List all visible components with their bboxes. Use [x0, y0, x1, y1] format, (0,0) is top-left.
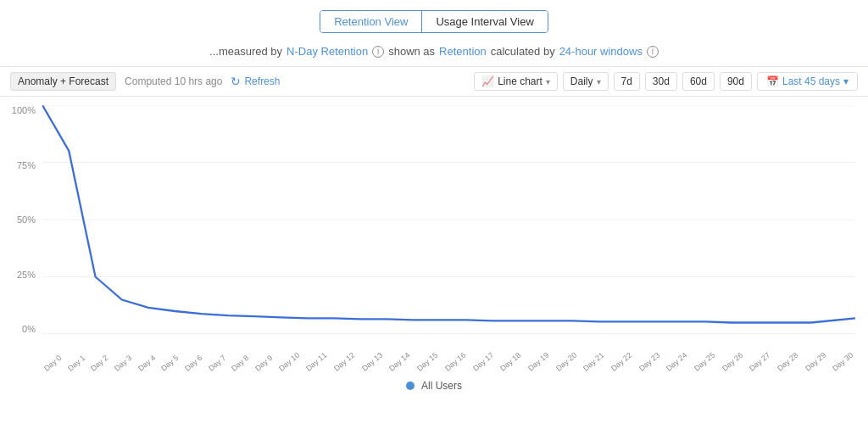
refresh-icon: ↻ [231, 75, 241, 88]
x-label-day21: Day 21 [581, 351, 605, 373]
period-60d-button[interactable]: 60d [682, 72, 715, 91]
chart-svg-wrapper [42, 105, 855, 334]
frequency-label: Daily [570, 75, 593, 87]
x-label-day17: Day 17 [471, 351, 495, 373]
chart-type-dropdown[interactable]: 📈 Line chart ▾ [474, 72, 558, 91]
info-icon-retention[interactable]: i [372, 46, 384, 58]
anomaly-badge: Anomaly + Forecast [10, 72, 116, 91]
x-label-day14: Day 14 [387, 351, 411, 373]
x-label-day26: Day 26 [721, 351, 744, 373]
x-label-day16: Day 16 [443, 351, 467, 373]
x-label-day13: Day 13 [360, 351, 384, 373]
x-label-day22: Day 22 [609, 351, 633, 373]
x-label-day24: Day 24 [665, 351, 688, 373]
view-tabs: Retention View Usage Interval View [320, 10, 548, 33]
calculated-by-text: calculated by [491, 45, 555, 58]
retention-chart-svg [42, 105, 855, 334]
tab-usage-interval-view[interactable]: Usage Interval View [422, 11, 547, 32]
x-label-day10: Day 10 [277, 351, 301, 373]
date-range-label: Last 45 days [782, 75, 840, 87]
x-label-day15: Day 15 [415, 351, 439, 373]
y-label-100: 100% [12, 105, 36, 115]
calendar-icon: 📅 [766, 75, 779, 87]
x-label-day0: Day 0 [42, 354, 63, 373]
y-label-75: 75% [17, 160, 36, 170]
period-90d-button[interactable]: 90d [720, 72, 752, 91]
y-label-25: 25% [17, 270, 36, 280]
chart-toolbar: Anomaly + Forecast Computed 10 hrs ago ↻… [0, 66, 868, 97]
measured-bar: ...measured by N-Day Retention i shown a… [0, 40, 868, 66]
x-label-day8: Day 8 [230, 354, 250, 373]
x-label-day23: Day 23 [637, 351, 661, 373]
x-axis: Day 0 Day 1 Day 2 Day 3 Day 4 Day 5 Day … [42, 366, 855, 375]
x-label-day1: Day 1 [66, 354, 86, 373]
windows-link[interactable]: 24-hour windows [559, 45, 643, 58]
x-label-day5: Day 5 [159, 354, 180, 373]
period-30d-button[interactable]: 30d [645, 72, 677, 91]
refresh-button[interactable]: ↻ Refresh [231, 75, 280, 88]
x-label-day25: Day 25 [693, 351, 716, 373]
x-label-day6: Day 6 [183, 354, 203, 373]
computed-text: Computed 10 hrs ago [125, 75, 222, 87]
x-label-day3: Day 3 [113, 354, 133, 373]
y-label-50: 50% [17, 214, 36, 225]
tab-bar: Retention View Usage Interval View [0, 0, 868, 40]
chart-container: 100% 75% 50% 25% 0% Day 0 Day 1 Day 2 Da… [0, 97, 868, 376]
x-label-day27: Day 27 [748, 351, 771, 373]
date-range-button[interactable]: 📅 Last 45 days ▾ [757, 72, 858, 91]
x-label-day11: Day 11 [304, 351, 328, 373]
chevron-down-icon-date: ▾ [843, 75, 849, 87]
chevron-down-icon-freq: ▾ [597, 77, 601, 86]
x-label-day19: Day 19 [526, 351, 550, 373]
toolbar-right: 📈 Line chart ▾ Daily ▾ 7d 30d 60d 90d 📅 … [474, 72, 858, 91]
x-label-day7: Day 7 [207, 354, 227, 373]
chevron-down-icon: ▾ [546, 77, 550, 86]
retention-line [42, 105, 855, 323]
chart-type-label: Line chart [498, 75, 542, 87]
x-label-day9: Day 9 [253, 354, 274, 373]
y-label-0: 0% [22, 324, 36, 334]
x-label-day28: Day 28 [776, 351, 799, 373]
shown-as-text: shown as [388, 45, 435, 58]
x-label-day12: Day 12 [332, 351, 356, 373]
frequency-dropdown[interactable]: Daily ▾ [563, 72, 609, 91]
chart-type-icon: 📈 [481, 75, 494, 87]
n-day-retention-link[interactable]: N-Day Retention [287, 45, 368, 58]
x-label-day4: Day 4 [136, 354, 157, 373]
legend-dot-all-users [406, 382, 415, 390]
chart-legend: All Users [0, 376, 868, 398]
retention-link[interactable]: Retention [439, 45, 487, 58]
x-label-day20: Day 20 [554, 351, 578, 373]
info-icon-windows[interactable]: i [647, 46, 659, 58]
x-label-day2: Day 2 [89, 354, 109, 373]
tab-retention-view[interactable]: Retention View [320, 11, 422, 32]
y-axis: 100% 75% 50% 25% 0% [0, 105, 41, 334]
period-7d-button[interactable]: 7d [614, 72, 640, 91]
x-label-day30: Day 30 [831, 351, 854, 373]
refresh-label: Refresh [244, 75, 280, 87]
legend-label-all-users: All Users [421, 380, 462, 392]
x-label-day18: Day 18 [498, 351, 522, 373]
x-label-day29: Day 29 [804, 351, 827, 373]
measured-prefix: ...measured by [209, 45, 282, 58]
